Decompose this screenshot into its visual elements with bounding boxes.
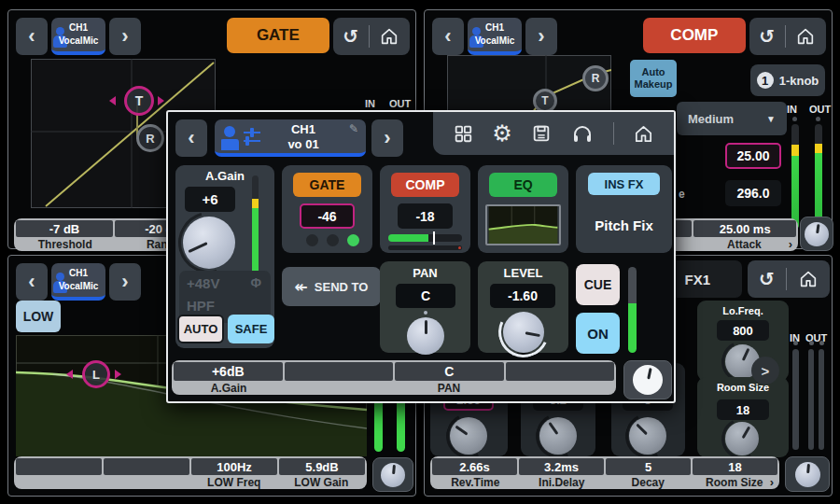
chevron-right-icon: ›	[121, 272, 128, 292]
home-icon[interactable]	[379, 26, 399, 47]
eq-button[interactable]: EQ	[489, 173, 557, 197]
room-size-label-text: Room Size	[706, 476, 763, 489]
meter-out-label: OUT	[809, 104, 831, 115]
safe-button[interactable]: SAFE	[228, 315, 274, 343]
gear-icon[interactable]: ⚙	[492, 122, 512, 145]
chevron-right-icon: ›	[538, 26, 544, 47]
phantom-48v-button[interactable]: +48V	[187, 275, 219, 291]
comp-title-button[interactable]: COMP	[643, 18, 746, 53]
undo-icon[interactable]: ↺	[759, 27, 775, 46]
threshold-value[interactable]: -7 dB	[16, 220, 113, 237]
grid-menu-icon[interactable]	[453, 123, 473, 144]
encoder-knob-button[interactable]	[623, 360, 672, 399]
readout-value[interactable]	[104, 458, 189, 475]
cue-button[interactable]: CUE	[576, 264, 620, 305]
rev-time-value[interactable]: 2.66s	[432, 458, 517, 475]
channel-badge[interactable]: CH1 ✎ vo 01	[215, 119, 366, 157]
ins-fx-button[interactable]: INS FX	[588, 173, 660, 195]
prev-channel-button[interactable]: ‹	[175, 119, 207, 157]
comp-ratio-handle[interactable]: R	[582, 65, 609, 91]
on-button[interactable]: ON	[576, 313, 620, 354]
home-icon[interactable]	[798, 269, 819, 289]
decay-knob[interactable]	[629, 417, 666, 455]
edit-icon[interactable]: ✎	[349, 122, 358, 135]
one-knob-button[interactable]: 1 1-knob	[750, 64, 825, 96]
readout-value[interactable]	[285, 362, 394, 381]
comp-threshold-value-box[interactable]: -18	[398, 203, 453, 229]
gate-threshold-value-box[interactable]: -46	[300, 203, 355, 229]
comp-tile[interactable]: COMP -18	[380, 165, 470, 253]
pan-readout-value[interactable]: C	[395, 362, 504, 381]
a-gain-value-box[interactable]: +6	[185, 187, 235, 212]
send-to-button[interactable]: ↞ SEND TO	[282, 267, 381, 306]
low-band-button[interactable]: LOW	[16, 301, 61, 332]
gate-range-handle[interactable]: R	[136, 124, 164, 152]
hpf-button[interactable]: HPF	[187, 298, 215, 314]
room-size-value-box[interactable]: 18	[717, 399, 769, 420]
channel-badge[interactable]: CH1 VocalMic	[51, 18, 105, 55]
room-size-value[interactable]: 18	[693, 458, 777, 475]
readout-label	[104, 475, 191, 489]
rev-time-knob[interactable]	[450, 417, 487, 455]
ini-delay-knob[interactable]	[539, 417, 577, 455]
gate-title-button[interactable]: GATE	[227, 18, 329, 53]
release-value-box[interactable]: 296.0	[725, 180, 781, 206]
home-icon[interactable]	[795, 26, 816, 47]
attack-value[interactable]: 25.00 ms	[693, 220, 796, 237]
in-meter	[792, 349, 799, 450]
next-channel-button[interactable]: ›	[525, 18, 557, 55]
comp-button[interactable]: COMP	[391, 173, 459, 197]
encoder-knob-button[interactable]	[372, 457, 413, 492]
room-size-knob[interactable]	[725, 422, 759, 455]
auto-gain-button[interactable]: AUTO	[177, 315, 224, 343]
prev-channel-button[interactable]: ‹	[16, 18, 48, 55]
level-value-box[interactable]: -1.60	[490, 284, 555, 308]
low-freq-value[interactable]: 100Hz	[191, 458, 277, 475]
ins-fx-tile[interactable]: INS FX Pitch Fix	[576, 165, 672, 253]
more-arrow-icon[interactable]: ›	[789, 237, 792, 251]
decay-value[interactable]: 5	[606, 458, 691, 475]
next-channel-button[interactable]: ›	[371, 119, 403, 157]
gate-tile[interactable]: GATE -46	[282, 165, 372, 253]
prev-channel-button[interactable]: ‹	[432, 18, 464, 55]
level-knob[interactable]	[503, 312, 544, 353]
readout-value[interactable]	[506, 362, 615, 381]
channel-badge[interactable]: CH1 VocalMic	[51, 263, 105, 301]
eq-tile[interactable]: EQ	[478, 165, 568, 253]
readout-value[interactable]	[16, 458, 102, 475]
gate-threshold-handle[interactable]: T	[124, 86, 154, 116]
vocal-channel-icon	[221, 124, 262, 150]
save-icon[interactable]	[531, 123, 552, 144]
knee-select[interactable]: Medium ▼	[677, 102, 787, 135]
encoder-knob-button[interactable]	[785, 456, 830, 492]
low-freq-label: LOW Freq	[190, 475, 278, 489]
home-icon[interactable]	[633, 123, 654, 145]
a-gain-label: A.Gain	[175, 169, 274, 183]
a-gain-readout-value[interactable]: +6dB	[174, 362, 283, 381]
eq-readout-bar: 100Hz 5.9dB LOW Freq LOW Gain	[14, 456, 367, 489]
lo-freq-value-box[interactable]: 800	[717, 320, 769, 341]
send-to-label: SEND TO	[315, 280, 369, 294]
gate-button[interactable]: GATE	[293, 173, 361, 197]
channel-label: VocalMic	[51, 280, 105, 293]
auto-makeup-button[interactable]: Auto Makeup	[630, 60, 677, 97]
headphones-icon[interactable]	[571, 122, 594, 145]
ratio-value-box[interactable]: 25.00	[725, 143, 781, 169]
ini-delay-value[interactable]: 3.2ms	[519, 458, 604, 475]
next-page-button[interactable]: >	[751, 357, 779, 385]
pan-knob[interactable]	[407, 317, 444, 355]
low-gain-value[interactable]: 5.9dB	[279, 458, 365, 475]
undo-icon[interactable]: ↺	[343, 27, 358, 46]
channel-badge[interactable]: CH1 VocalMic	[468, 18, 522, 55]
comp-readout-bar: 25.00 ms Attack›	[654, 218, 798, 251]
a-gain-knob[interactable]	[183, 217, 235, 269]
low-band-handle[interactable]: L	[82, 360, 110, 388]
pan-value-box[interactable]: C	[396, 284, 455, 308]
prev-channel-button[interactable]: ‹	[16, 263, 48, 301]
next-channel-button[interactable]: ›	[109, 18, 141, 55]
phase-icon[interactable]: Φ	[251, 275, 262, 290]
more-arrow-icon[interactable]: ›	[770, 475, 774, 489]
encoder-knob-button[interactable]	[800, 217, 833, 251]
undo-icon[interactable]: ↺	[759, 270, 775, 288]
next-channel-button[interactable]: ›	[109, 263, 141, 301]
